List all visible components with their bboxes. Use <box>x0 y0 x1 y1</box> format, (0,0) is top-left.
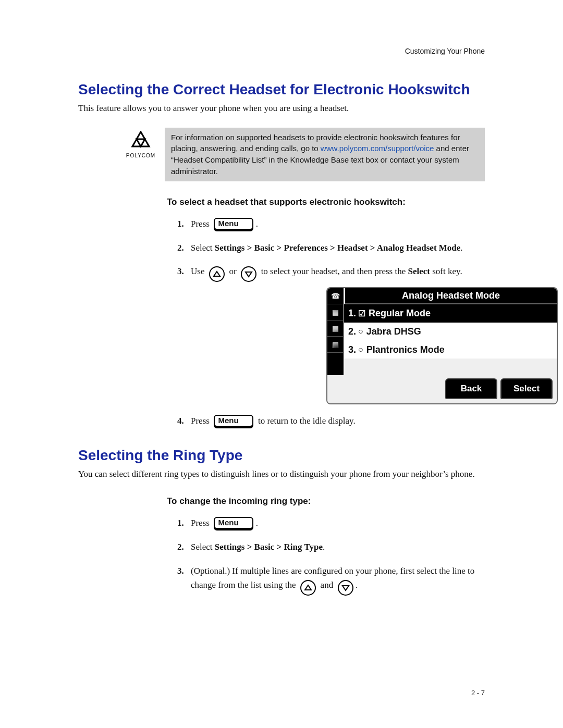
page-content: Selecting the Correct Headset for Electr… <box>78 47 485 594</box>
procedure-heading-ringtype: To change the incoming ring type: <box>167 496 485 507</box>
side-tab-icon: ▦ <box>327 304 343 320</box>
arrow-down-icon[interactable] <box>338 580 353 596</box>
arrow-down-icon[interactable] <box>241 266 256 282</box>
step3-a: Use <box>191 266 204 276</box>
note-callout: POLYCOM For information on supported hea… <box>125 128 485 181</box>
phone-screenshot: ☎ Analog Headset Mode ▦ ▦ ▦ <box>326 287 485 404</box>
menu-button[interactable]: Menu <box>214 218 253 231</box>
step-1: Press Menu . <box>177 516 485 530</box>
step-4: Press Menu to return to the idle display… <box>177 414 485 428</box>
section-title-hookswitch: Selecting the Correct Headset for Electr… <box>78 81 485 98</box>
side-tab-icon: ☎ <box>327 288 343 304</box>
list-label: Regular Mode <box>369 306 431 321</box>
step1-press: Press <box>191 219 210 229</box>
intro-text: This feature allows you to answer your p… <box>78 102 485 115</box>
radio-unchecked-icon: ○ <box>358 343 363 356</box>
side-tab-icon: ▦ <box>327 320 343 337</box>
step-3: (Optional.) If multiple lines are config… <box>177 564 485 594</box>
arrow-up-icon[interactable] <box>209 266 225 282</box>
list-num: 3. <box>348 342 356 357</box>
ringtype-intro: You can select different ring types to d… <box>78 468 485 481</box>
polycom-logo-block: POLYCOM <box>125 128 156 158</box>
list-item[interactable]: 3. ○ Plantronics Mode <box>344 341 557 359</box>
step2-prefix: Select <box>191 542 215 552</box>
step3-and: and <box>321 580 334 590</box>
menu-button[interactable]: Menu <box>214 415 253 428</box>
steps-ringtype: Press Menu . Select Settings > Basic > R… <box>177 516 485 594</box>
svg-marker-5 <box>342 586 349 590</box>
step-2: Select Settings > Basic > Preferences > … <box>177 241 485 255</box>
running-header: Customizing Your Phone <box>405 47 485 55</box>
phone-title: Analog Headset Mode <box>344 288 557 304</box>
note-box: For information on supported headsets to… <box>165 128 485 181</box>
step3-d: soft key. <box>430 266 462 276</box>
step4-a: Press <box>191 416 210 426</box>
procedure-heading-hookswitch: To select a headset that supports electr… <box>167 197 485 207</box>
svg-marker-3 <box>246 272 252 277</box>
radio-unchecked-icon: ○ <box>358 325 363 338</box>
step-1: Press Menu . <box>177 217 485 231</box>
step3-b: or <box>229 266 236 276</box>
step2-prefix: Select <box>191 243 215 253</box>
phone-softkeys: Back Select <box>327 375 557 403</box>
step3-c: to select your headset, and then press t… <box>261 266 408 276</box>
phone-frame: ☎ Analog Headset Mode ▦ ▦ ▦ <box>326 287 558 404</box>
arrow-up-icon[interactable] <box>300 580 316 596</box>
list-label: Plantronics Mode <box>366 342 445 357</box>
softkey-back[interactable]: Back <box>445 378 497 399</box>
softkey-select[interactable]: Select <box>500 378 553 399</box>
step2-nav-path: Settings > Basic > Preferences > Headset… <box>215 243 461 253</box>
step2-nav-path: Settings > Basic > Ring Type <box>215 542 323 552</box>
polycom-logo-caption: POLYCOM <box>126 153 155 158</box>
note-link[interactable]: www.polycom.com/support/voice <box>321 144 434 153</box>
step1-press: Press <box>191 518 210 528</box>
list-item[interactable]: 2. ○ Jabra DHSG <box>344 323 557 341</box>
list-item[interactable]: 1. ☑ Regular Mode <box>344 304 557 323</box>
menu-button[interactable]: Menu <box>214 517 253 530</box>
svg-marker-4 <box>305 585 311 590</box>
step4-b: to return to the idle display. <box>258 416 356 426</box>
step3-select: Select <box>408 266 430 276</box>
svg-marker-1 <box>137 139 145 146</box>
steps-hookswitch: Press Menu . Select Settings > Basic > P… <box>177 217 485 428</box>
list-num: 1. <box>348 306 356 321</box>
svg-marker-2 <box>214 272 220 276</box>
phone-side-tabs: ☎ <box>327 288 344 304</box>
step3-a: (Optional.) If multiple lines are config… <box>191 566 474 590</box>
phone-body: ▦ ▦ ▦ 1. ☑ Regular Mode <box>327 304 557 375</box>
page-number: 2 - 7 <box>471 689 485 697</box>
polycom-logo-icon <box>130 131 151 151</box>
phone-side-tabs-2: ▦ ▦ ▦ <box>327 304 344 375</box>
phone-list: 1. ☑ Regular Mode 2. ○ Jabra DHSG <box>344 304 557 375</box>
section-title-ringtype: Selecting the Ring Type <box>78 447 485 464</box>
radio-checked-icon: ☑ <box>358 307 365 320</box>
list-num: 2. <box>348 324 356 339</box>
step-3: Use or to select your headset, and then … <box>177 264 485 404</box>
phone-titlebar-row: ☎ Analog Headset Mode <box>327 288 557 304</box>
phone-list-empty <box>344 359 557 375</box>
list-label: Jabra DHSG <box>366 324 421 339</box>
side-tab-icon: ▦ <box>327 337 343 353</box>
page: Customizing Your Phone Selecting the Cor… <box>0 0 563 728</box>
step-2: Select Settings > Basic > Ring Type. <box>177 540 485 554</box>
